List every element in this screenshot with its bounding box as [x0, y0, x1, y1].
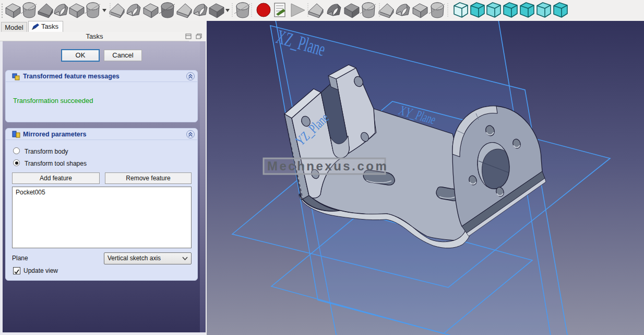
svg-text:Mechnexus.com: Mechnexus.com: [267, 159, 388, 173]
